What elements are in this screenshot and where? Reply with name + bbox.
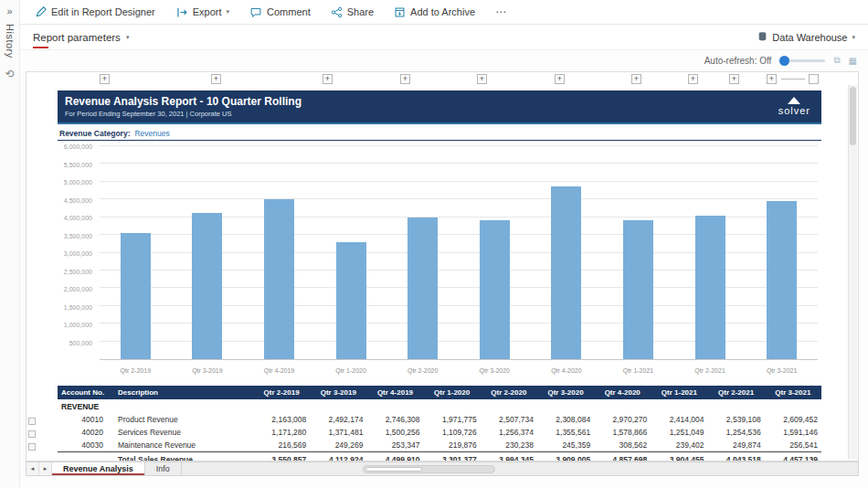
cell: 2,507,734 [481,413,537,426]
history-panel-label[interactable]: History [5,24,16,58]
sidebar-expand-icon[interactable]: » [6,5,12,16]
col-expand-button[interactable]: + [477,74,487,84]
cell: 40020 [58,426,114,439]
vertical-scrollbar-thumb[interactable] [850,87,856,145]
export-icon [175,6,188,18]
sheet-tab-revenue-analysis[interactable]: Revenue Analysis [52,462,145,475]
auto-refresh-toggle[interactable] [779,59,825,62]
solver-logo-icon [788,97,800,104]
row-group-button[interactable] [28,443,36,451]
x-axis-label: Qtr 2-2019 [100,364,172,377]
col-expand-button[interactable]: + [631,74,641,84]
cell: 4,112,924 [310,452,366,462]
table-row: 40020Services Revenue1,171,2801,371,4811… [58,426,821,439]
active-panel-indicator [33,47,48,48]
report: Revenue Analysis Report - 10 Quarter Rol… [58,90,821,461]
vertical-scrollbar[interactable] [848,85,857,459]
tab-scroll-right-button[interactable]: ▸ [39,462,52,475]
column-header: Qtr 3-2019 [310,386,366,399]
auto-refresh-label: Auto-refresh: Off [704,56,772,66]
x-axis-label: Qtr 2-2021 [674,364,746,377]
cell: 2,308,084 [537,413,594,426]
cell: 2,970,270 [594,413,651,426]
add-to-archive-button[interactable]: Add to Archive [394,6,475,18]
column-header: Qtr 3-2021 [765,386,821,399]
column-header: Account No. [58,386,114,399]
col-expand-button[interactable]: + [211,74,221,84]
chart-bar [551,186,581,359]
cell: 3,301,377 [424,452,481,462]
sheet-tab-bar: ◂ ▸ Revenue AnalysisInfo [26,461,859,476]
cell: 2,163,008 [253,413,310,426]
row-group-button[interactable] [28,430,36,438]
report-parameters-dropdown[interactable]: Report parameters ▾ [33,32,129,43]
history-icon[interactable]: ⟲ [5,68,14,80]
solver-logo: solver [778,97,810,116]
revenue-table: Account No.DescriptionQtr 2-2019Qtr 3-20… [58,386,821,461]
export-button[interactable]: Export ▾ [175,6,229,18]
chart-y-axis: 500,0001,000,0001,500,0002,000,0002,500,… [58,146,96,360]
history-sidebar: » History ⟲ [0,0,20,488]
auto-refresh-row: Auto-refresh: Off ⧉ ▦ [20,50,868,70]
y-axis-label: 3,500,000 [64,232,92,239]
chart-bar [121,233,151,359]
database-icon [757,31,767,44]
comment-icon [249,6,262,18]
column-header: Qtr 3-2020 [537,386,594,399]
comment-button[interactable]: Comment [249,6,311,18]
chart-bar [336,242,366,359]
horizontal-scrollbar-thumb[interactable] [365,467,422,472]
tab-scroll-left-button[interactable]: ◂ [26,462,39,475]
report-header-titles: Revenue Analysis Report - 10 Quarter Rol… [65,95,302,118]
y-axis-label: 4,000,000 [64,215,92,221]
column-header: Qtr 1-2021 [651,386,707,399]
popout-icon[interactable]: ⧉ [833,55,840,66]
cell: 239,402 [651,439,707,452]
row-group-button[interactable] [28,418,36,425]
grid-view-icon[interactable]: ▦ [849,56,857,66]
col-expand-button[interactable]: + [400,74,410,84]
cell: 2,492,174 [310,413,366,426]
col-expand-button[interactable]: + [323,74,333,84]
sheet-tab-info[interactable]: Info [145,462,182,475]
toggle-knob[interactable] [779,56,789,66]
parameters-row: Report parameters ▾ Data Warehouse ▾ [20,25,868,50]
cell: 308,562 [594,439,651,452]
y-axis-label: 5,500,000 [64,161,92,167]
x-axis-label: Qtr 3-2019 [172,364,244,377]
col-expand-button[interactable]: + [767,74,777,84]
chart-bar [264,199,294,359]
cell: 1,171,280 [253,426,310,439]
comment-label: Comment [267,6,311,17]
cell: 1,578,866 [594,426,651,439]
edit-in-designer-button[interactable]: Edit in Report Designer [35,6,155,18]
share-label: Share [347,6,374,17]
report-parameters-label: Report parameters [33,32,121,43]
chart-plot [100,146,818,360]
col-expand-button[interactable]: + [729,74,739,84]
horizontal-scrollbar[interactable] [363,465,495,473]
cell: 2,746,308 [366,413,423,426]
column-header: Qtr 2-2019 [253,386,310,399]
archive-label: Add to Archive [410,6,475,17]
cell: 3,904,455 [651,452,707,462]
column-header: Qtr 4-2019 [366,386,423,399]
outline-line [781,79,805,80]
more-menu-button[interactable]: ⋯ [495,5,507,18]
chart-bar-slot [746,146,818,359]
chevron-down-icon: ▾ [126,34,130,41]
col-expand-button[interactable]: + [100,74,110,84]
col-expand-button[interactable]: + [688,74,698,84]
cell: 249,269 [310,439,366,452]
category-value[interactable]: Revenues [134,129,169,138]
cell: 1,591,146 [765,426,821,439]
y-axis-label: 5,000,000 [64,179,92,186]
share-button[interactable]: Share [331,6,374,18]
data-warehouse-dropdown[interactable]: Data Warehouse ▾ [757,31,855,44]
chart-bar [480,220,510,359]
chevron-down-icon: ▾ [227,8,230,16]
col-expand-button[interactable]: + [555,74,565,84]
cell: 1,500,256 [366,426,423,439]
outline-collapse-box[interactable] [809,74,819,84]
x-axis-label: Qtr 1-2021 [602,364,674,377]
